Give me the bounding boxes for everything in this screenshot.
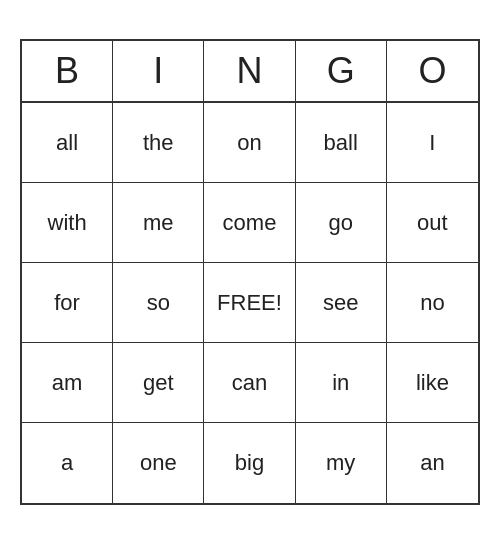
bingo-cell[interactable]: I (387, 103, 478, 183)
bingo-cell[interactable]: can (204, 343, 295, 423)
bingo-cell[interactable]: am (22, 343, 113, 423)
bingo-cell[interactable]: get (113, 343, 204, 423)
bingo-cell[interactable]: big (204, 423, 295, 503)
bingo-cell[interactable]: for (22, 263, 113, 343)
bingo-cell[interactable]: my (296, 423, 387, 503)
header-g: G (296, 41, 387, 101)
bingo-cell[interactable]: a (22, 423, 113, 503)
bingo-cell[interactable]: no (387, 263, 478, 343)
bingo-cell[interactable]: with (22, 183, 113, 263)
bingo-cell[interactable]: on (204, 103, 295, 183)
bingo-cell[interactable]: so (113, 263, 204, 343)
bingo-cell[interactable]: ball (296, 103, 387, 183)
bingo-cell[interactable]: see (296, 263, 387, 343)
bingo-cell[interactable]: go (296, 183, 387, 263)
header-b: B (22, 41, 113, 101)
header-i: I (113, 41, 204, 101)
bingo-grid: alltheonballIwithmecomegooutforsoFREE!se… (22, 103, 478, 503)
bingo-cell[interactable]: an (387, 423, 478, 503)
bingo-cell[interactable]: out (387, 183, 478, 263)
header-o: O (387, 41, 478, 101)
header-n: N (204, 41, 295, 101)
bingo-cell[interactable]: come (204, 183, 295, 263)
bingo-cell[interactable]: in (296, 343, 387, 423)
bingo-cell[interactable]: all (22, 103, 113, 183)
bingo-card: B I N G O alltheonballIwithmecomegooutfo… (20, 39, 480, 505)
bingo-cell[interactable]: me (113, 183, 204, 263)
bingo-cell[interactable]: like (387, 343, 478, 423)
bingo-cell[interactable]: FREE! (204, 263, 295, 343)
bingo-header: B I N G O (22, 41, 478, 103)
bingo-cell[interactable]: the (113, 103, 204, 183)
bingo-cell[interactable]: one (113, 423, 204, 503)
